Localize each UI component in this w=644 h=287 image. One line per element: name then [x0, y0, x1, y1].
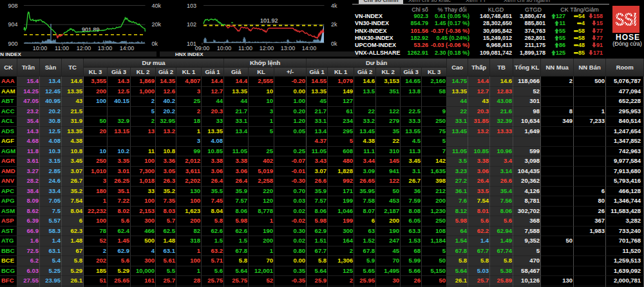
svg-text:102: 102 — [187, 21, 196, 28]
svg-text:101.92: 101.92 — [260, 17, 278, 24]
svg-text:14:00: 14:00 — [302, 45, 317, 51]
svg-text:11:00: 11:00 — [238, 45, 252, 51]
svg-text:0k: 0k — [331, 41, 337, 47]
svg-text:13:00: 13:00 — [281, 45, 296, 51]
svg-text:12:00: 12:00 — [260, 45, 274, 51]
svg-text:09:00: 09:00 — [195, 45, 210, 51]
svg-text:103: 103 — [187, 3, 196, 9]
svg-text:10:00: 10:00 — [217, 45, 232, 51]
svg-text:4k: 4k — [331, 3, 337, 9]
svg-text:2k: 2k — [331, 21, 337, 28]
